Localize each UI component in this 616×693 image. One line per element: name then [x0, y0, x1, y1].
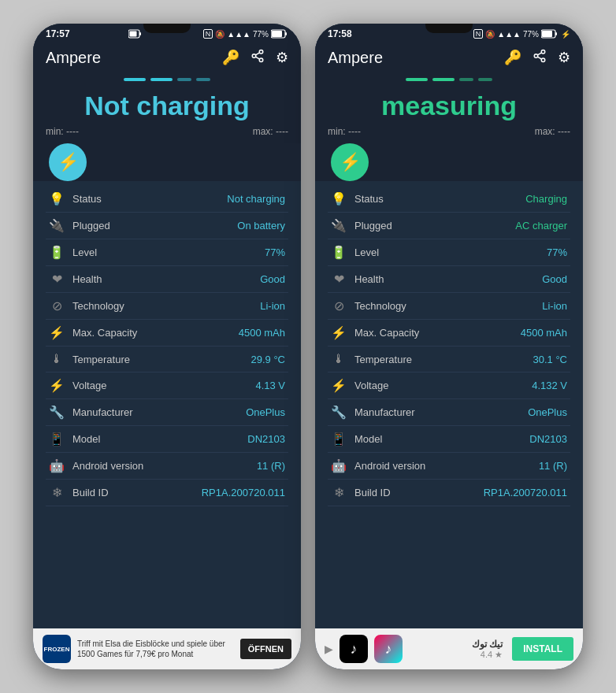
row-label: Temperature: [72, 354, 130, 365]
row-label: Manufacturer: [354, 406, 415, 418]
share-icon-1[interactable]: [250, 49, 265, 67]
svg-rect-4: [285, 32, 287, 35]
row-value: 4500 mAh: [521, 327, 567, 339]
ad-button-1[interactable]: ÖFFNEN: [240, 639, 291, 659]
row-label: Technology: [354, 300, 406, 312]
row-icon: ❄: [49, 485, 65, 500]
ad-icon-1: FROZEN: [43, 635, 71, 663]
svg-point-7: [252, 54, 256, 58]
row-icon: ⚡: [49, 325, 65, 340]
row-label: Temperature: [354, 354, 412, 365]
row-value: Charging: [525, 193, 567, 205]
info-row: 🔧 Manufacturer OnePlus: [46, 399, 288, 426]
info-row: 📱 Model DN2103: [46, 426, 288, 453]
dot-7: [459, 78, 473, 81]
ad-banner-2: ▶ ♪ ♪ تيك توك 4.4 ★ INSTALL: [315, 628, 583, 669]
info-left: 🔋 Level: [49, 245, 97, 260]
row-icon: 🔋: [49, 245, 65, 260]
row-icon: 🌡: [49, 352, 65, 366]
svg-line-9: [255, 57, 259, 59]
info-row: 🔌 Plugged AC charger: [328, 213, 570, 239]
row-label: Manufacturer: [72, 406, 133, 418]
dots-row-1: [33, 73, 301, 83]
row-value: AC charger: [515, 220, 567, 232]
row-label: Level: [354, 246, 379, 258]
row-icon: ⚡: [331, 325, 347, 340]
row-icon: 🔧: [331, 405, 347, 420]
dot-8: [478, 78, 492, 81]
info-row: ⚡ Max. Capacity 4500 mAh: [328, 320, 570, 346]
info-row: 🔧 Manufacturer OnePlus: [328, 399, 570, 426]
info-left: 📱 Model: [49, 432, 100, 447]
row-label: Plugged: [72, 220, 110, 232]
row-value: Good: [542, 273, 567, 285]
info-row: ⚡ Voltage 4.132 V: [328, 372, 570, 399]
row-value: 4.13 V: [255, 380, 285, 391]
info-left: 🤖 Android version: [49, 458, 143, 473]
svg-rect-12: [555, 32, 557, 35]
info-list-1: 💡 Status Not charging 🔌 Plugged On batte…: [33, 164, 301, 628]
row-value: DN2103: [529, 433, 567, 445]
header-icons-2: 🔑 ⚙: [504, 49, 570, 67]
row-value: On battery: [237, 220, 285, 232]
info-row: 🔋 Level 77%: [46, 239, 288, 266]
row-icon: ⊘: [49, 298, 65, 313]
min-max-row-1: min: ---- max: ----: [33, 126, 301, 143]
row-label: Max. Capacity: [354, 327, 419, 339]
info-row: 💡 Status Charging: [328, 186, 570, 213]
row-icon: ❄: [331, 485, 347, 500]
ad-text-1: Triff mit Elsa die Eisblöcke und spiele …: [77, 639, 234, 659]
info-left: 🤖 Android version: [331, 458, 425, 473]
settings-icon-1[interactable]: ⚙: [276, 49, 288, 67]
row-value: Li-ion: [542, 300, 567, 312]
row-value: DN2103: [247, 433, 285, 445]
dot-4: [196, 78, 210, 81]
max-label-2: max: ----: [535, 126, 570, 137]
tiktok-rating: 4.4 ★: [481, 650, 503, 660]
row-label: Plugged: [354, 220, 392, 232]
row-icon: ⚡: [49, 378, 65, 393]
settings-icon-2[interactable]: ⚙: [558, 49, 570, 67]
min-max-row-2: min: ---- max: ----: [315, 126, 583, 143]
info-row: ⚡ Max. Capacity 4500 mAh: [46, 320, 288, 346]
info-row: 📱 Model DN2103: [328, 426, 570, 453]
row-value: 77%: [265, 246, 285, 258]
row-value: Li-ion: [260, 300, 285, 312]
row-icon: ⚡: [331, 378, 347, 393]
min-label-1: min: ----: [46, 126, 79, 137]
info-row: ❤ Health Good: [328, 266, 570, 293]
info-left: ⚡ Voltage: [331, 378, 388, 393]
row-label: Android version: [72, 460, 143, 472]
status-bar-2: 17:58 N 🔕 ▲▲▲ 77% ⚡: [315, 24, 583, 43]
row-value: OnePlus: [246, 406, 285, 418]
info-row: 🌡 Temperature 29.9 °C: [46, 346, 288, 372]
info-left: 🌡 Temperature: [49, 352, 130, 366]
svg-point-6: [259, 50, 263, 54]
row-icon: 📱: [49, 432, 65, 447]
share-icon-2[interactable]: [533, 49, 547, 67]
battery-icon-row-1: ⚡: [33, 143, 301, 181]
phone-1: 17:57 N 🔕 ▲▲▲ 77% Ampere 🔑 ⚙: [33, 24, 301, 669]
phone-2: 17:58 N 🔕 ▲▲▲ 77% ⚡ Ampere 🔑 ⚙: [315, 24, 583, 669]
install-button[interactable]: INSTALL: [512, 637, 573, 661]
row-label: Status: [72, 193, 102, 205]
row-label: Max. Capacity: [72, 327, 137, 339]
dot-1: [124, 78, 146, 81]
battery-circle-2: ⚡: [331, 143, 369, 181]
row-value: 77%: [547, 246, 567, 258]
info-row: ❤ Health Good: [46, 266, 288, 293]
row-value: 11 (R): [539, 460, 567, 472]
key-icon-2[interactable]: 🔑: [504, 49, 521, 67]
info-row: 🌡 Temperature 30.1 °C: [328, 346, 570, 372]
info-row: ⊘ Technology Li-ion: [46, 293, 288, 320]
info-row: ❄ Build ID RP1A.200720.011: [46, 480, 288, 506]
svg-point-15: [534, 54, 538, 58]
row-value: 4.132 V: [532, 380, 567, 391]
row-label: Voltage: [72, 380, 106, 391]
info-row: 🔌 Plugged On battery: [46, 213, 288, 239]
row-icon: ⊘: [331, 298, 347, 313]
info-left: ⊘ Technology: [49, 298, 124, 313]
info-left: 🔧 Manufacturer: [49, 405, 133, 420]
svg-point-14: [541, 50, 545, 54]
key-icon-1[interactable]: 🔑: [222, 49, 239, 67]
